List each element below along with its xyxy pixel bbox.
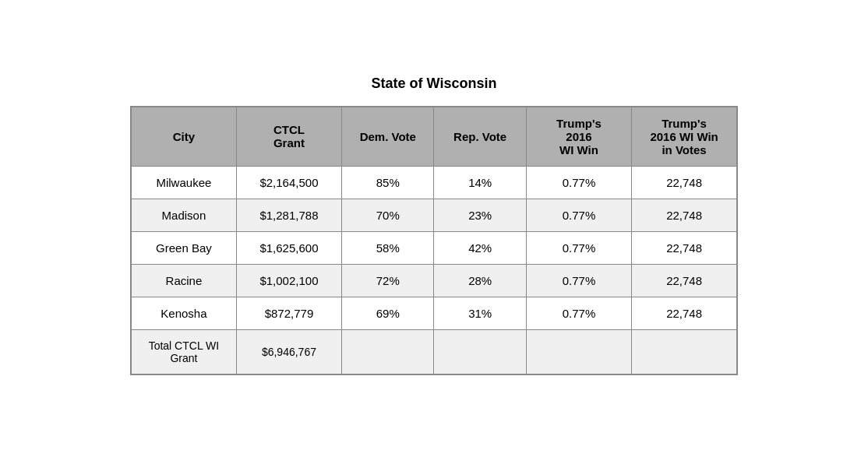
total-empty-cell — [632, 329, 737, 374]
page-title: State of Wisconsin — [130, 76, 738, 92]
cell-rep_vote: 31% — [434, 297, 526, 329]
cell-trump_win_pct: 0.77% — [526, 231, 631, 264]
total-empty-cell — [342, 329, 434, 374]
header-dem-vote: Dem. Vote — [342, 107, 434, 167]
table-row: Racine$1,002,10072%28%0.77%22,748 — [131, 264, 737, 297]
total-grant-value: $6,946,767 — [236, 329, 341, 374]
cell-dem_vote: 85% — [342, 166, 434, 199]
table-row: Green Bay$1,625,60058%42%0.77%22,748 — [131, 231, 737, 264]
cell-trump_win_votes: 22,748 — [632, 166, 737, 199]
header-trump-win-pct: Trump's2016WI Win — [526, 107, 631, 167]
header-city: City — [131, 107, 236, 167]
table-row: Madison$1,281,78870%23%0.77%22,748 — [131, 199, 737, 231]
cell-city: Madison — [131, 199, 236, 231]
header-ctcl-grant: CTCLGrant — [236, 107, 341, 167]
cell-trump_win_votes: 22,748 — [632, 231, 737, 264]
cell-city: Milwaukee — [131, 166, 236, 199]
cell-trump_win_votes: 22,748 — [632, 264, 737, 297]
cell-dem_vote: 58% — [342, 231, 434, 264]
total-city-label: Total CTCL WI Grant — [131, 329, 236, 374]
cell-ctcl_grant: $1,002,100 — [236, 264, 341, 297]
table-row: Kenosha$872,77969%31%0.77%22,748 — [131, 297, 737, 329]
cell-dem_vote: 72% — [342, 264, 434, 297]
cell-city: Kenosha — [131, 297, 236, 329]
table-row: Milwaukee$2,164,50085%14%0.77%22,748 — [131, 166, 737, 199]
cell-trump_win_pct: 0.77% — [526, 166, 631, 199]
total-empty-cell — [526, 329, 631, 374]
cell-trump_win_votes: 22,748 — [632, 297, 737, 329]
cell-ctcl_grant: $1,281,788 — [236, 199, 341, 231]
cell-trump_win_votes: 22,748 — [632, 199, 737, 231]
total-empty-cell — [434, 329, 526, 374]
total-row: Total CTCL WI Grant$6,946,767 — [131, 329, 737, 374]
cell-city: Racine — [131, 264, 236, 297]
cell-rep_vote: 28% — [434, 264, 526, 297]
cell-rep_vote: 23% — [434, 199, 526, 231]
cell-city: Green Bay — [131, 231, 236, 264]
cell-trump_win_pct: 0.77% — [526, 264, 631, 297]
cell-dem_vote: 70% — [342, 199, 434, 231]
cell-ctcl_grant: $872,779 — [236, 297, 341, 329]
cell-dem_vote: 69% — [342, 297, 434, 329]
cell-trump_win_pct: 0.77% — [526, 297, 631, 329]
cell-ctcl_grant: $2,164,500 — [236, 166, 341, 199]
data-table: City CTCLGrant Dem. Vote Rep. Vote Trump… — [130, 106, 738, 375]
main-container: State of Wisconsin City CTCLGrant Dem. V… — [130, 76, 738, 375]
cell-ctcl_grant: $1,625,600 — [236, 231, 341, 264]
header-row: City CTCLGrant Dem. Vote Rep. Vote Trump… — [131, 107, 737, 167]
header-trump-win-votes: Trump's2016 WI Winin Votes — [632, 107, 737, 167]
cell-rep_vote: 14% — [434, 166, 526, 199]
header-rep-vote: Rep. Vote — [434, 107, 526, 167]
cell-rep_vote: 42% — [434, 231, 526, 264]
cell-trump_win_pct: 0.77% — [526, 199, 631, 231]
